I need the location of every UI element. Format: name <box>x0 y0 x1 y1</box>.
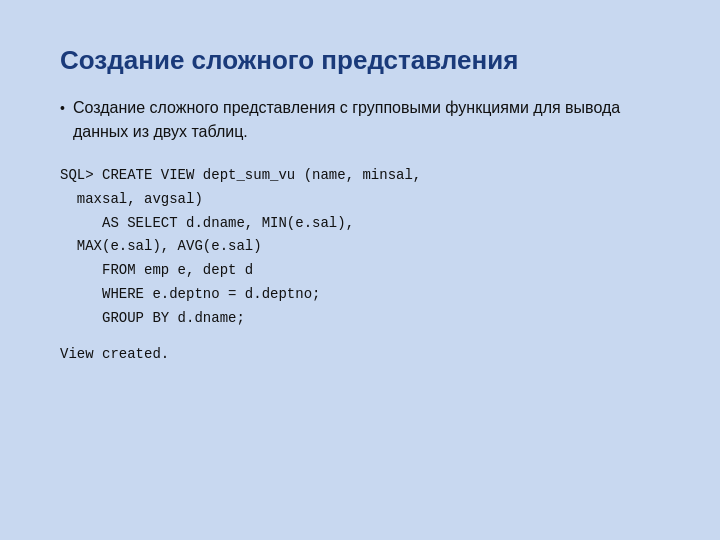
code-line-7: GROUP BY d.dname; <box>60 307 660 331</box>
code-line-4: MAX(e.sal), AVG(e.sal) <box>60 235 660 259</box>
code-line-2: maxsal, avgsal) <box>60 188 660 212</box>
code-line-1: SQL> CREATE VIEW dept_sum_vu (name, mins… <box>60 164 660 188</box>
code-result: View created. <box>60 343 660 367</box>
code-line-6: WHERE e.deptno = d.deptno; <box>60 283 660 307</box>
bullet-text: Создание сложного представления с группо… <box>73 96 660 144</box>
bullet-item: • Создание сложного представления с груп… <box>60 96 660 144</box>
bullet-section: • Создание сложного представления с груп… <box>60 96 660 144</box>
code-line-3: AS SELECT d.dname, MIN(e.sal), <box>60 212 660 236</box>
code-block: SQL> CREATE VIEW dept_sum_vu (name, mins… <box>60 164 660 366</box>
bullet-dot: • <box>60 98 65 119</box>
slide: Создание сложного представления • Создан… <box>20 15 700 525</box>
code-line-5: FROM emp e, dept d <box>60 259 660 283</box>
slide-title: Создание сложного представления <box>60 45 660 76</box>
